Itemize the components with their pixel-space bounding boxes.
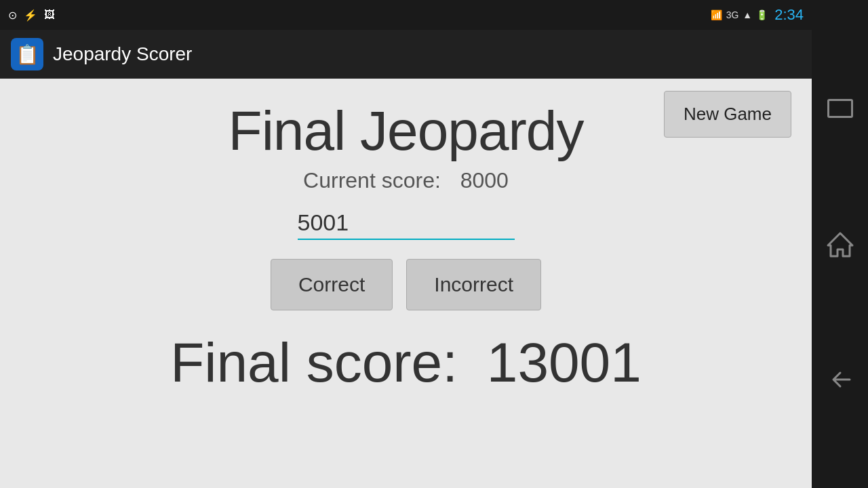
correct-button[interactable]: Correct [271,259,393,310]
home-icon [825,230,855,258]
svg-marker-0 [828,233,852,256]
current-score-label-text: Current score: [303,168,441,192]
nav-home-button[interactable] [820,227,861,261]
current-score-display: Current score: 8000 [303,168,509,193]
app-title: Jeopardy Scorer [53,43,192,65]
wager-input[interactable] [298,207,515,240]
recents-icon [827,99,853,118]
status-bar: ⊙ ⚡ 🖼 📶 3G ▲ 🔋 2:34 [0,0,812,30]
battery-icon: 🔋 [756,9,768,20]
incorrect-button[interactable]: Incorrect [406,259,541,310]
status-bar-right: 📶 3G ▲ 🔋 2:34 [711,6,804,24]
network-3g-icon: 3G [726,9,739,20]
final-score-value: 13001 [487,331,642,393]
app-icon: 📋 [11,38,43,70]
wager-input-container [298,207,515,240]
status-bar-left: ⊙ ⚡ 🖼 [8,9,55,22]
final-score-label-text: Final score: [170,331,458,393]
back-icon [825,366,855,393]
final-score-display: Final score: 13001 [170,331,642,394]
image-icon: 🖼 [44,9,55,21]
content-area: New Game Final Jeopardy Current score: 8… [0,79,812,488]
app-toolbar: 📋 Jeopardy Scorer [0,30,812,79]
android-icon: ⊙ [8,9,17,22]
nav-back-button[interactable] [820,363,861,396]
current-score-value: 8000 [460,168,509,192]
side-nav [812,0,868,488]
signal-icon: 📶 [711,9,722,20]
main-title: Final Jeopardy [229,99,584,163]
app-icon-emoji: 📋 [16,43,39,66]
time-display: 2:34 [774,6,804,24]
answer-buttons-row: Correct Incorrect [271,259,541,310]
nav-recents-button[interactable] [820,92,861,125]
signal-arrow-icon: ▲ [743,9,752,20]
new-game-button[interactable]: New Game [664,91,791,138]
usb-icon: ⚡ [24,9,37,22]
